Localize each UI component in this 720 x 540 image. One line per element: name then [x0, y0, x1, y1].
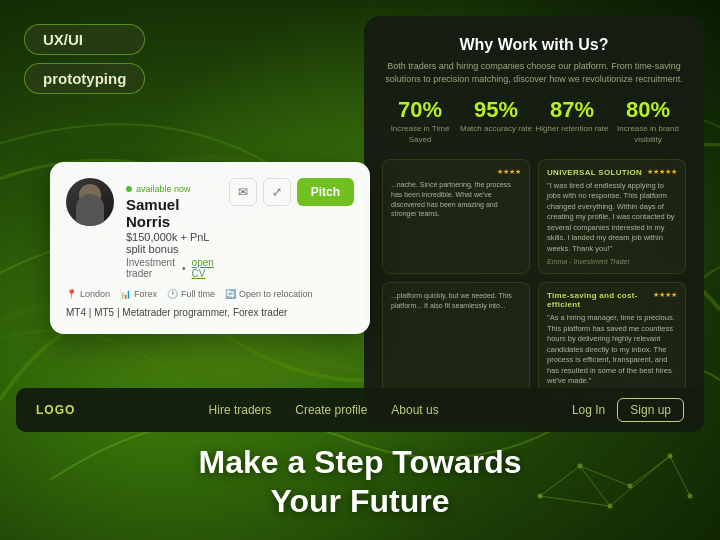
- testimonials-grid: ★★★★ ...nache. Since partnering, the pro…: [382, 159, 686, 407]
- testimonial-partial-header: ★★★★: [391, 168, 521, 176]
- why-title: Why Work with Us?: [382, 36, 686, 54]
- stat-value-brand: 80%: [610, 99, 686, 121]
- time-icon: 🕐: [167, 289, 178, 299]
- relocation-meta: 🔄 Open to relocation: [225, 289, 313, 299]
- testimonial-time-partial-text: ...platform quickly, but we needed. This…: [391, 291, 521, 311]
- nav-right: Log In Sign up: [572, 398, 684, 422]
- tagline: Make a Step Towards Your Future: [0, 443, 720, 520]
- location-text: London: [80, 289, 110, 299]
- log-in-link[interactable]: Log In: [572, 403, 605, 417]
- profile-meta: 📍 London 📊 Forex 🕐 Full time 🔄 Open to r…: [66, 289, 354, 299]
- testimonial-time-stars: ★★★★: [653, 291, 677, 299]
- badge-ux-ui: UX/UI: [24, 24, 145, 55]
- avatar-figure: [76, 194, 104, 226]
- time-text: Full time: [181, 289, 215, 299]
- stat-accuracy: 95% Match accuracy rate: [458, 99, 534, 145]
- category-text: Forex: [134, 289, 157, 299]
- profile-info: available now Samuel Norris $150,000k + …: [126, 178, 217, 279]
- relocation-icon: 🔄: [225, 289, 236, 299]
- stat-label-brand: Increase in brand visibility: [610, 124, 686, 145]
- testimonial-partial-stars: ★★★★: [497, 168, 521, 176]
- stat-label-accuracy: Match accuracy rate: [458, 124, 534, 134]
- stat-label-retention: Higher retention rate: [534, 124, 610, 134]
- testimonial-time-text: "As a hiring manager, time is precious. …: [547, 313, 677, 387]
- nav-about-us[interactable]: About us: [391, 403, 438, 417]
- badge-prototyping: prototyping: [24, 63, 145, 94]
- time-meta: 🕐 Full time: [167, 289, 215, 299]
- profile-name: Samuel Norris: [126, 196, 217, 230]
- testimonial-universal-tag: UNIVERSAL SOLUTION: [547, 168, 642, 177]
- profile-top: available now Samuel Norris $150,000k + …: [66, 178, 354, 279]
- message-icon[interactable]: ✉: [229, 178, 257, 206]
- location-meta: 📍 London: [66, 289, 110, 299]
- location-icon: 📍: [66, 289, 77, 299]
- nav-logo: LOGO: [36, 403, 75, 417]
- stat-value-time: 70%: [382, 99, 458, 121]
- category-meta: 📊 Forex: [120, 289, 157, 299]
- stat-value-accuracy: 95%: [458, 99, 534, 121]
- testimonial-universal-header: UNIVERSAL SOLUTION ★★★★★: [547, 168, 677, 177]
- available-dot: [126, 186, 132, 192]
- available-badge: available now: [126, 184, 191, 194]
- profile-type-label: Investment trader: [126, 257, 176, 279]
- testimonial-universal-text: "I was tired of endlessly applying to jo…: [547, 181, 677, 255]
- testimonial-universal: UNIVERSAL SOLUTION ★★★★★ "I was tired of…: [538, 159, 686, 275]
- avatar: [66, 178, 114, 226]
- testimonial-time-tag: Time-saving and cost-efficient: [547, 291, 653, 309]
- stat-brand: 80% Increase in brand visibility: [610, 99, 686, 145]
- tagline-line1: Make a Step Towards: [0, 443, 720, 481]
- open-cv-link[interactable]: open CV: [192, 257, 217, 279]
- navbar: LOGO Hire traders Create profile About u…: [16, 388, 704, 432]
- why-panel: Why Work with Us? Both traders and hirin…: [364, 16, 704, 423]
- share-icon[interactable]: ⤢: [263, 178, 291, 206]
- stat-time-saved: 70% Increase in Time Saved: [382, 99, 458, 145]
- why-subtitle: Both traders and hiring companies choose…: [382, 60, 686, 85]
- available-label: available now: [136, 184, 191, 194]
- sign-up-button[interactable]: Sign up: [617, 398, 684, 422]
- testimonial-partial-text: ...nache. Since partnering, the process …: [391, 180, 521, 219]
- category-icon: 📊: [120, 289, 131, 299]
- stat-label-time: Increase in Time Saved: [382, 124, 458, 145]
- profile-actions: ✉ ⤢ Pitch: [229, 178, 354, 206]
- testimonial-time-header: Time-saving and cost-efficient ★★★★: [547, 291, 677, 309]
- profile-type: Investment trader • open CV: [126, 257, 217, 279]
- tagline-line2: Your Future: [0, 482, 720, 520]
- badges-container: UX/UI prototyping: [24, 24, 145, 94]
- testimonial-universal-author: Emma - Investment Trader: [547, 258, 677, 265]
- nav-links: Hire traders Create profile About us: [209, 403, 439, 417]
- stat-value-retention: 87%: [534, 99, 610, 121]
- profile-salary: $150,000k + PnL split bonus: [126, 231, 217, 255]
- testimonial-universal-stars: ★★★★★: [647, 168, 677, 176]
- nav-create-profile[interactable]: Create profile: [295, 403, 367, 417]
- profile-tags: MT4 | MT5 | Metatrader programmer, Forex…: [66, 307, 354, 318]
- profile-card: available now Samuel Norris $150,000k + …: [50, 162, 370, 334]
- pitch-button[interactable]: Pitch: [297, 178, 354, 206]
- testimonial-partial: ★★★★ ...nache. Since partnering, the pro…: [382, 159, 530, 275]
- relocation-text: Open to relocation: [239, 289, 313, 299]
- stat-retention: 87% Higher retention rate: [534, 99, 610, 145]
- nav-hire-traders[interactable]: Hire traders: [209, 403, 272, 417]
- stats-row: 70% Increase in Time Saved 95% Match acc…: [382, 99, 686, 145]
